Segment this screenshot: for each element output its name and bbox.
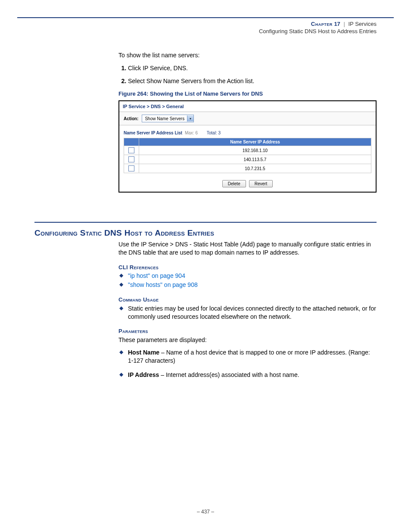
section-body: Use the IP Service > DNS - Static Host T…	[118, 240, 377, 379]
panel-breadcrumb: IP Service > DNS > General	[119, 101, 376, 112]
section-rule	[34, 222, 377, 223]
cli-ref-item: "show hosts" on page 908	[118, 281, 377, 289]
list-heading: Name Server IP Address List Max: 6 Total…	[119, 125, 376, 137]
revert-button[interactable]: Revert	[249, 180, 273, 187]
row-checkbox[interactable]	[128, 165, 134, 171]
chapter-word: Chapter	[311, 21, 333, 27]
header-section: IP Services	[348, 21, 377, 27]
section-intro: Use the IP Service > DNS - Static Host T…	[118, 240, 377, 257]
body-column: To show the list name servers: Click IP …	[118, 52, 377, 193]
row-checkbox[interactable]	[128, 156, 134, 162]
chevron-down-icon: ▾	[187, 115, 193, 121]
step-1: Click IP Service, DNS.	[128, 65, 377, 72]
usage-item: Static entries may be used for local dev…	[118, 305, 377, 321]
cli-references-list: "ip host" on page 904 "show hosts" on pa…	[118, 272, 377, 289]
header-pipe: |	[343, 21, 345, 27]
table-row: 192.168.1.10	[124, 146, 371, 155]
param-name: IP Address	[128, 371, 159, 378]
cli-ref-link[interactable]: "ip host" on page 904	[128, 272, 185, 279]
table-row: 10.7.231.5	[124, 164, 371, 173]
list-title: Name Server IP Address List	[124, 131, 182, 135]
param-item: Host Name – Name of a host device that i…	[118, 348, 377, 365]
top-rule	[17, 17, 394, 18]
row-checkbox[interactable]	[128, 147, 134, 153]
delete-button[interactable]: Delete	[222, 180, 246, 187]
panel-action-row: Action: Show Name Servers ▾	[119, 112, 376, 125]
name-server-table: Name Server IP Address 192.168.1.10 140.…	[124, 138, 371, 173]
param-desc: – Name of a host device that is mapped t…	[128, 349, 370, 364]
section-static-dns: Configuring Static DNS Host to Address E…	[34, 228, 377, 385]
header-subtitle: Configuring Static DNS Host to Address E…	[259, 28, 377, 34]
intro-text: To show the list name servers:	[118, 52, 377, 59]
action-select[interactable]: Show Name Servers ▾	[142, 115, 194, 122]
figure-caption: Figure 264: Showing the List of Name Ser…	[118, 90, 377, 97]
page-number: – 437 –	[0, 509, 411, 515]
page-header: Chapter 17 | IP Services Configuring Sta…	[259, 21, 377, 34]
cli-references-head: CLI References	[118, 264, 377, 271]
step-2: Select Show Name Servers from the Action…	[128, 78, 377, 84]
header-checkbox[interactable]	[336, 72, 342, 78]
chapter-number: 17	[334, 21, 340, 27]
parameters-head: Parameters	[118, 327, 377, 335]
col-header-ip: Name Server IP Address	[139, 138, 371, 146]
command-usage-head: Command Usage	[118, 296, 377, 304]
figure-panel: IP Service > DNS > General Action: Show …	[118, 100, 377, 193]
header-line-1: Chapter 17 | IP Services	[259, 21, 377, 27]
param-item: IP Address – Internet address(es) associ…	[118, 371, 377, 379]
command-usage-list: Static entries may be used for local dev…	[118, 305, 377, 321]
panel-button-row: Delete Revert	[119, 177, 376, 192]
table-row: 140.113.5.7	[124, 155, 371, 164]
list-max: Max: 6	[185, 131, 198, 135]
table-header-row: Name Server IP Address	[124, 138, 371, 146]
action-select-value: Show Name Servers	[142, 116, 187, 121]
row-ip: 140.113.5.7	[139, 155, 371, 164]
row-ip: 192.168.1.10	[139, 146, 371, 155]
section-title: Configuring Static DNS Host to Address E…	[34, 228, 377, 238]
header-checkbox-cell	[124, 138, 139, 146]
cli-ref-item: "ip host" on page 904	[118, 272, 377, 280]
param-name: Host Name	[128, 349, 159, 356]
cli-ref-link[interactable]: "show hosts" on page 908	[128, 281, 198, 288]
list-total: Total: 3	[207, 131, 221, 135]
row-ip: 10.7.231.5	[139, 164, 371, 173]
parameters-list: Host Name – Name of a host device that i…	[118, 348, 377, 379]
action-label: Action:	[124, 116, 138, 121]
parameters-intro: These parameters are displayed:	[118, 336, 377, 344]
param-desc: – Internet address(es) associated with a…	[159, 371, 299, 378]
